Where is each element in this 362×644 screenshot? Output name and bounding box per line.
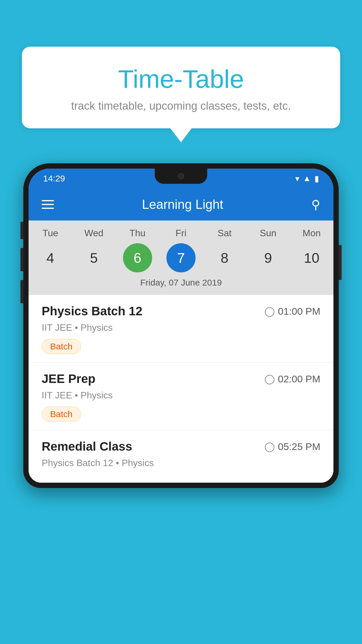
schedule-item-1-time-value: 01:00 PM xyxy=(278,306,320,317)
phone-outer: 14:29 ▾ ▲ ▮ Learning Light ⚲ xyxy=(23,163,339,488)
camera-dot xyxy=(178,173,184,179)
day-7-selected[interactable]: 7 xyxy=(166,243,196,272)
schedule-item-3-time: ◯ 05:25 PM xyxy=(264,441,320,452)
schedule-item-1-meta: IIT JEE • Physics xyxy=(42,322,320,333)
day-8[interactable]: 8 xyxy=(210,243,239,272)
signal-icon: ▲ xyxy=(303,174,311,183)
day-header-wed: Wed xyxy=(75,228,113,239)
schedule-item-2-time: ◯ 02:00 PM xyxy=(264,373,320,385)
day-9[interactable]: 9 xyxy=(254,243,283,272)
schedule-item-1[interactable]: Physics Batch 12 ◯ 01:00 PM IIT JEE • Ph… xyxy=(29,295,333,363)
menu-icon[interactable] xyxy=(42,200,54,209)
day-header-sun: Sun xyxy=(249,228,287,239)
day-5[interactable]: 5 xyxy=(79,243,108,272)
schedule-item-1-header: Physics Batch 12 ◯ 01:00 PM xyxy=(42,304,320,318)
day-6-today[interactable]: 6 xyxy=(123,243,152,272)
power-button xyxy=(339,245,342,280)
schedule-item-2-title: JEE Prep xyxy=(42,372,95,386)
tooltip-subtitle: track timetable, upcoming classes, tests… xyxy=(36,100,326,112)
day-header-fri: Fri xyxy=(162,228,200,239)
schedule-item-1-time: ◯ 01:00 PM xyxy=(264,306,320,317)
schedule-item-2-tag: Batch xyxy=(42,407,81,422)
schedule-item-3-time-value: 05:25 PM xyxy=(278,441,320,452)
day-header-tue: Tue xyxy=(31,228,69,239)
schedule-item-3[interactable]: Remedial Class ◯ 05:25 PM Physics Batch … xyxy=(29,430,333,483)
phone-screen: 14:29 ▾ ▲ ▮ Learning Light ⚲ xyxy=(29,169,333,483)
clock-icon-2: ◯ xyxy=(264,373,275,384)
status-icons: ▾ ▲ ▮ xyxy=(295,174,319,183)
mute-button xyxy=(20,280,23,303)
status-time: 14:29 xyxy=(43,174,65,183)
schedule-item-1-title: Physics Batch 12 xyxy=(42,304,143,318)
day-10[interactable]: 10 xyxy=(297,243,326,272)
battery-icon: ▮ xyxy=(314,174,319,183)
volume-down-button xyxy=(20,248,23,271)
clock-icon-3: ◯ xyxy=(264,441,275,452)
calendar-strip: Tue Wed Thu Fri Sat Sun Mon 4 5 6 7 8 9 … xyxy=(29,220,333,295)
schedule-list: Physics Batch 12 ◯ 01:00 PM IIT JEE • Ph… xyxy=(29,295,333,483)
wifi-icon: ▾ xyxy=(295,174,299,183)
volume-up-button xyxy=(20,222,23,239)
day-4[interactable]: 4 xyxy=(36,243,65,272)
day-header-sat: Sat xyxy=(205,228,243,239)
phone-notch xyxy=(155,169,207,184)
schedule-item-3-title: Remedial Class xyxy=(42,440,132,454)
clock-icon-1: ◯ xyxy=(264,306,275,317)
schedule-item-2-time-value: 02:00 PM xyxy=(278,373,320,385)
schedule-item-2[interactable]: JEE Prep ◯ 02:00 PM IIT JEE • Physics Ba… xyxy=(29,363,333,430)
tooltip-title: Time-Table xyxy=(36,64,326,94)
schedule-item-3-meta: Physics Batch 12 • Physics xyxy=(42,458,320,468)
selected-date-label: Friday, 07 June 2019 xyxy=(29,278,333,290)
schedule-item-2-meta: IIT JEE • Physics xyxy=(42,390,320,401)
app-title: Learning Light xyxy=(142,197,223,212)
day-numbers: 4 5 6 7 8 9 10 xyxy=(29,243,333,272)
schedule-item-2-header: JEE Prep ◯ 02:00 PM xyxy=(42,372,320,386)
day-header-thu: Thu xyxy=(119,228,157,239)
tooltip-card: Time-Table track timetable, upcoming cla… xyxy=(22,47,340,128)
schedule-item-1-tag: Batch xyxy=(42,339,81,354)
schedule-item-3-header: Remedial Class ◯ 05:25 PM xyxy=(42,440,320,454)
app-toolbar: Learning Light ⚲ xyxy=(29,188,333,220)
day-header-mon: Mon xyxy=(293,228,331,239)
phone-mockup: 14:29 ▾ ▲ ▮ Learning Light ⚲ xyxy=(23,163,339,644)
day-headers: Tue Wed Thu Fri Sat Sun Mon xyxy=(29,228,333,239)
search-icon[interactable]: ⚲ xyxy=(311,197,320,212)
